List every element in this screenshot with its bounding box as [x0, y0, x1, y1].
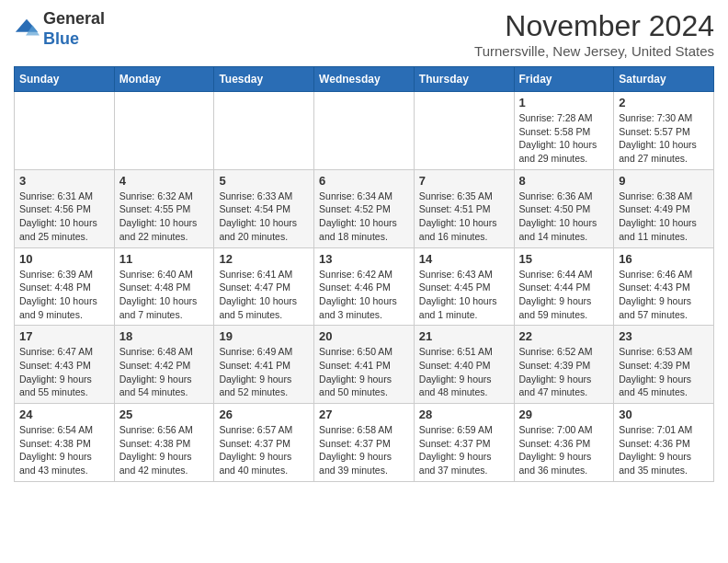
day-number: 14: [419, 252, 509, 266]
day-info: Sunrise: 6:50 AM Sunset: 4:41 PM Dayligh…: [319, 345, 409, 399]
calendar-cell: 19Sunrise: 6:49 AM Sunset: 4:41 PM Dayli…: [214, 326, 314, 404]
day-info: Sunrise: 7:01 AM Sunset: 4:36 PM Dayligh…: [619, 423, 709, 477]
calendar-cell: 11Sunrise: 6:40 AM Sunset: 4:48 PM Dayli…: [114, 247, 214, 326]
location-text: Turnersville, New Jersey, United States: [474, 43, 714, 59]
weekday-header: Tuesday: [214, 67, 314, 92]
day-info: Sunrise: 6:42 AM Sunset: 4:46 PM Dayligh…: [319, 268, 409, 322]
day-info: Sunrise: 7:00 AM Sunset: 4:36 PM Dayligh…: [519, 423, 609, 477]
calendar-cell: [214, 92, 314, 170]
day-info: Sunrise: 6:52 AM Sunset: 4:39 PM Dayligh…: [519, 345, 609, 399]
calendar-cell: 10Sunrise: 6:39 AM Sunset: 4:48 PM Dayli…: [15, 247, 115, 326]
calendar-cell: 15Sunrise: 6:44 AM Sunset: 4:44 PM Dayli…: [514, 247, 614, 326]
calendar-week-row: 1Sunrise: 7:28 AM Sunset: 5:58 PM Daylig…: [15, 92, 714, 170]
weekday-header: Thursday: [414, 67, 514, 92]
day-number: 26: [219, 408, 309, 421]
day-number: 21: [419, 329, 509, 343]
calendar-week-row: 3Sunrise: 6:31 AM Sunset: 4:56 PM Daylig…: [15, 169, 714, 247]
day-info: Sunrise: 6:34 AM Sunset: 4:52 PM Dayligh…: [319, 190, 409, 244]
weekday-header-row: SundayMondayTuesdayWednesdayThursdayFrid…: [15, 67, 714, 92]
calendar-cell: 8Sunrise: 6:36 AM Sunset: 4:50 PM Daylig…: [514, 169, 614, 247]
day-info: Sunrise: 6:41 AM Sunset: 4:47 PM Dayligh…: [219, 268, 309, 322]
day-number: 9: [619, 174, 709, 188]
day-info: Sunrise: 6:51 AM Sunset: 4:40 PM Dayligh…: [419, 345, 509, 399]
day-number: 3: [19, 174, 109, 188]
calendar-cell: [414, 92, 514, 170]
calendar-cell: 23Sunrise: 6:53 AM Sunset: 4:39 PM Dayli…: [614, 326, 714, 404]
calendar-cell: [15, 92, 115, 170]
calendar-cell: 28Sunrise: 6:59 AM Sunset: 4:37 PM Dayli…: [414, 404, 514, 482]
day-number: 22: [519, 329, 609, 343]
day-number: 2: [619, 96, 709, 109]
day-number: 17: [19, 329, 109, 343]
day-number: 6: [319, 174, 409, 188]
day-info: Sunrise: 7:28 AM Sunset: 5:58 PM Dayligh…: [519, 111, 609, 166]
calendar-cell: 1Sunrise: 7:28 AM Sunset: 5:58 PM Daylig…: [514, 92, 614, 170]
day-number: 16: [619, 252, 709, 266]
weekday-header: Sunday: [15, 67, 115, 92]
day-number: 11: [119, 252, 210, 266]
calendar-cell: 7Sunrise: 6:35 AM Sunset: 4:51 PM Daylig…: [414, 169, 514, 247]
calendar-cell: 16Sunrise: 6:46 AM Sunset: 4:43 PM Dayli…: [614, 247, 714, 326]
day-info: Sunrise: 6:53 AM Sunset: 4:39 PM Dayligh…: [619, 345, 709, 399]
day-number: 23: [619, 329, 709, 343]
calendar-cell: [314, 92, 415, 170]
day-info: Sunrise: 6:40 AM Sunset: 4:48 PM Dayligh…: [119, 268, 210, 322]
weekday-header: Monday: [114, 67, 214, 92]
day-info: Sunrise: 6:47 AM Sunset: 4:43 PM Dayligh…: [19, 345, 109, 399]
weekday-header: Wednesday: [314, 67, 415, 92]
day-info: Sunrise: 6:46 AM Sunset: 4:43 PM Dayligh…: [619, 268, 709, 322]
day-info: Sunrise: 7:30 AM Sunset: 5:57 PM Dayligh…: [619, 111, 709, 166]
day-info: Sunrise: 6:39 AM Sunset: 4:48 PM Dayligh…: [19, 268, 109, 322]
calendar-cell: 24Sunrise: 6:54 AM Sunset: 4:38 PM Dayli…: [15, 404, 115, 482]
day-info: Sunrise: 6:58 AM Sunset: 4:37 PM Dayligh…: [319, 423, 409, 477]
calendar-week-row: 10Sunrise: 6:39 AM Sunset: 4:48 PM Dayli…: [15, 247, 714, 326]
calendar-cell: 26Sunrise: 6:57 AM Sunset: 4:37 PM Dayli…: [214, 404, 314, 482]
calendar-cell: 25Sunrise: 6:56 AM Sunset: 4:38 PM Dayli…: [114, 404, 214, 482]
calendar-cell: 12Sunrise: 6:41 AM Sunset: 4:47 PM Dayli…: [214, 247, 314, 326]
page-header: General Blue November 2024 Turnersville,…: [14, 9, 714, 59]
day-number: 27: [319, 408, 409, 421]
day-number: 29: [519, 408, 609, 421]
day-info: Sunrise: 6:32 AM Sunset: 4:55 PM Dayligh…: [119, 190, 210, 244]
logo-general-text: General: [43, 9, 105, 28]
day-info: Sunrise: 6:59 AM Sunset: 4:37 PM Dayligh…: [419, 423, 509, 477]
calendar-cell: 22Sunrise: 6:52 AM Sunset: 4:39 PM Dayli…: [514, 326, 614, 404]
calendar-week-row: 24Sunrise: 6:54 AM Sunset: 4:38 PM Dayli…: [15, 404, 714, 482]
day-info: Sunrise: 6:48 AM Sunset: 4:42 PM Dayligh…: [119, 345, 210, 399]
logo-blue-text: Blue: [43, 29, 79, 48]
calendar-cell: 17Sunrise: 6:47 AM Sunset: 4:43 PM Dayli…: [15, 326, 115, 404]
day-number: 24: [19, 408, 109, 421]
calendar-cell: 4Sunrise: 6:32 AM Sunset: 4:55 PM Daylig…: [114, 169, 214, 247]
logo-icon: [14, 17, 40, 42]
calendar-cell: 20Sunrise: 6:50 AM Sunset: 4:41 PM Dayli…: [314, 326, 415, 404]
day-number: 18: [119, 329, 210, 343]
logo: General Blue: [14, 9, 105, 49]
day-number: 5: [219, 174, 309, 188]
month-title: November 2024: [474, 9, 714, 43]
day-info: Sunrise: 6:36 AM Sunset: 4:50 PM Dayligh…: [519, 190, 609, 244]
day-info: Sunrise: 6:43 AM Sunset: 4:45 PM Dayligh…: [419, 268, 509, 322]
weekday-header: Friday: [514, 67, 614, 92]
day-number: 15: [519, 252, 609, 266]
day-number: 30: [619, 408, 709, 421]
day-number: 13: [319, 252, 409, 266]
weekday-header: Saturday: [614, 67, 714, 92]
day-info: Sunrise: 6:38 AM Sunset: 4:49 PM Dayligh…: [619, 190, 709, 244]
calendar-cell: 29Sunrise: 7:00 AM Sunset: 4:36 PM Dayli…: [514, 404, 614, 482]
calendar-cell: 9Sunrise: 6:38 AM Sunset: 4:49 PM Daylig…: [614, 169, 714, 247]
calendar-cell: 30Sunrise: 7:01 AM Sunset: 4:36 PM Dayli…: [614, 404, 714, 482]
calendar-table: SundayMondayTuesdayWednesdayThursdayFrid…: [14, 66, 714, 482]
day-number: 20: [319, 329, 409, 343]
calendar-cell: 6Sunrise: 6:34 AM Sunset: 4:52 PM Daylig…: [314, 169, 415, 247]
calendar-cell: 13Sunrise: 6:42 AM Sunset: 4:46 PM Dayli…: [314, 247, 415, 326]
day-info: Sunrise: 6:54 AM Sunset: 4:38 PM Dayligh…: [19, 423, 109, 477]
day-number: 8: [519, 174, 609, 188]
day-number: 4: [119, 174, 210, 188]
day-number: 25: [119, 408, 210, 421]
day-info: Sunrise: 6:31 AM Sunset: 4:56 PM Dayligh…: [19, 190, 109, 244]
day-number: 1: [519, 96, 609, 109]
day-info: Sunrise: 6:33 AM Sunset: 4:54 PM Dayligh…: [219, 190, 309, 244]
calendar-cell: [114, 92, 214, 170]
calendar-week-row: 17Sunrise: 6:47 AM Sunset: 4:43 PM Dayli…: [15, 326, 714, 404]
day-info: Sunrise: 6:56 AM Sunset: 4:38 PM Dayligh…: [119, 423, 210, 477]
